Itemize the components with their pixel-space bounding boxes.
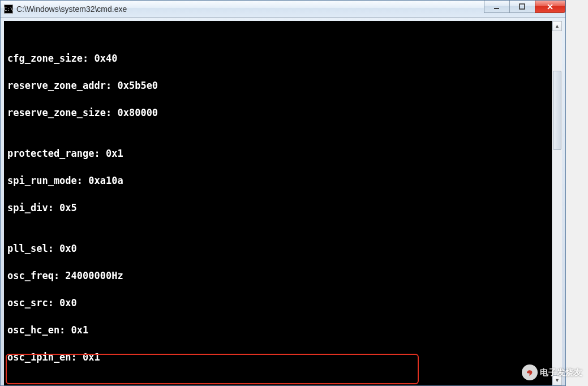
term-line: reserve_zone_addr: 0x5b5e0	[7, 79, 561, 92]
window-controls	[484, 1, 565, 13]
vertical-scrollbar[interactable]: ▲ ▼	[552, 21, 562, 385]
window-titlebar[interactable]: C:\ C:\Windows\system32\cmd.exe	[1, 1, 565, 18]
minimize-icon	[493, 3, 501, 11]
term-line: reserve_zone_size: 0x80000	[7, 106, 561, 119]
window-title: C:\Windows\system32\cmd.exe	[16, 5, 127, 14]
scroll-up-button[interactable]: ▲	[552, 21, 562, 31]
term-line: protected_range: 0x1	[7, 147, 561, 160]
term-line: spi_div: 0x5	[7, 201, 561, 215]
term-line: osc_freq: 24000000Hz	[7, 269, 561, 282]
term-line: pll_sel: 0x0	[7, 242, 561, 255]
window-icon: C:\	[4, 5, 13, 14]
cmd-window: C:\ C:\Windows\system32\cmd.exe cfg_zone…	[0, 0, 566, 386]
close-button[interactable]	[535, 1, 565, 13]
term-line: osc_hc_en: 0x1	[7, 323, 561, 337]
svg-rect-0	[494, 8, 499, 9]
scroll-track[interactable]	[552, 31, 562, 375]
term-line: cfg_zone_size: 0x40	[7, 52, 561, 65]
maximize-button[interactable]	[509, 1, 535, 13]
chevron-up-icon: ▲	[555, 23, 560, 29]
term-line: spi_run_mode: 0xa10a	[7, 174, 561, 187]
minimize-button[interactable]	[484, 1, 510, 13]
window-icon-text: C:\	[4, 6, 13, 12]
chevron-down-icon: ▼	[555, 378, 560, 383]
term-line: osc_1pin_en: 0x1	[7, 350, 561, 364]
svg-rect-1	[520, 4, 525, 9]
maximize-icon	[518, 3, 526, 11]
term-line: osc_src: 0x0	[7, 296, 561, 310]
scroll-down-button[interactable]: ▼	[552, 375, 562, 385]
terminal-output[interactable]: cfg_zone_size: 0x40 reserve_zone_addr: 0…	[4, 21, 562, 385]
close-icon	[546, 3, 554, 11]
scroll-thumb[interactable]	[553, 71, 561, 150]
